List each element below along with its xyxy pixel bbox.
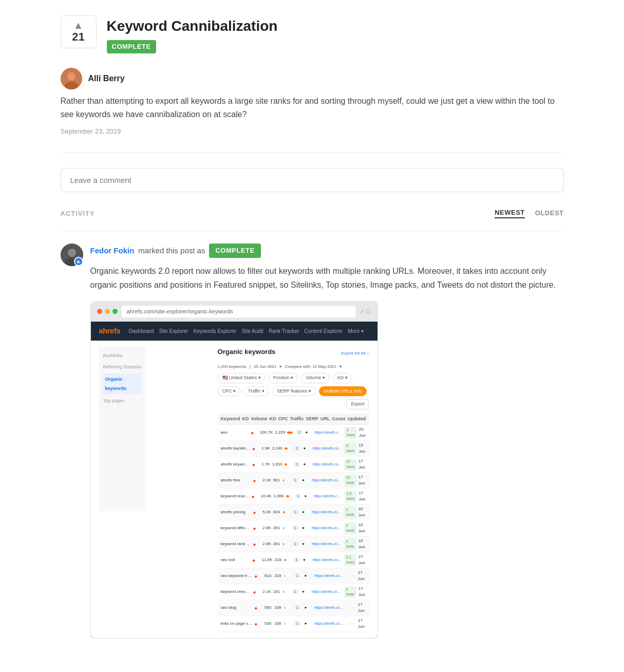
row-url: https://ahrefs.com/pricing [312,510,342,515]
row-positions: 1,060 [274,493,284,499]
row-kd-icon: ● [251,429,258,437]
nav-item-keywords-explorer: Keywords Explorer [194,327,237,335]
row-pos-badge: 1 [292,477,300,483]
row-serp: ● [304,573,312,579]
nav-item-site-audit: Site Audit [242,327,263,335]
app-content-header: Organic keywords Export full list ↑ [218,347,369,361]
comment-input[interactable] [61,168,564,192]
row-kd-icon: ● [253,477,261,484]
row-vol: 2.1K [262,589,271,595]
row-traffic-cell [283,591,291,593]
sort-oldest-button[interactable]: OLDEST [535,209,564,218]
row-updated: 17 Jun [358,490,366,502]
activity-author-name[interactable]: Fedor Fokin [90,245,135,257]
table-row: links on page slow search rankings ● 530… [218,616,369,632]
row-traffic-cell [286,495,293,497]
nav-item-rank-tracker: Rank Tracker [269,327,299,335]
table-row: ahrefs free ● 2.1K 901 1 ● https://ahref… [218,473,369,489]
th-serp: SERP [306,416,318,423]
row-keyword: keyword checker [221,589,251,595]
original-post: Alli Berry Rather than attempting to exp… [61,68,564,153]
row-pos-badge: 1 [292,525,300,531]
browser-dots [97,309,118,314]
row-keyword: seo tool [221,557,251,563]
row-vol: 1.9K [261,445,270,452]
row-updated: 10 Jun [358,538,366,550]
activity-avatar-wrap: ★ [61,244,83,266]
sidebar-section-referring: Referring Domains [103,362,142,371]
filter-multiple-urls[interactable]: Multiple URLs only [319,386,367,397]
row-traffic-cell [283,543,291,545]
row-traffic-cell [285,575,292,577]
row-positions: 824 [273,509,281,515]
row-positions: 218 [275,557,282,563]
row-kd-icon: ● [254,620,262,628]
row-traffic-cell [283,527,291,529]
row-traffic-cell [284,559,291,561]
table-row: keyword rank tracker ● 2.6K 261 1 ● http… [218,536,369,552]
filter-serp: SERP features ▾ [272,386,316,397]
browser-dot-green [112,309,118,314]
row-serp: ● [306,430,313,436]
app-section-title: Organic keywords [218,347,276,357]
row-pos-badge: 1 [292,541,300,547]
keywords-count-row: 1,200 keywords | 25 Jun 2021 ▾ Compare w… [218,364,369,370]
row-positions: 3,229 [275,430,285,436]
app-screenshot: ahrefs Dashboard Site Explorer Keywords … [91,322,377,639]
row-positions: 108 [274,605,282,611]
row-count: 1 more [345,427,357,439]
app-layout: Backlinks Referring Domains Organic keyw… [99,347,369,632]
row-count: 1.5 more [345,491,357,502]
row-serp: ● [302,525,310,531]
row-kd-icon: ● [252,556,259,564]
row-traffic-cell [285,463,292,465]
th-updated: Updated [348,416,366,423]
row-positions: 106 [274,621,282,627]
export-all-link: Export full list ↑ [342,350,369,357]
sort-newest-button[interactable]: NEWEST [495,209,525,218]
vote-box[interactable]: ▲ 21 [61,15,97,48]
row-serp: ● [302,541,310,547]
table-row: keyword research ● 10.4K 1,060 1 ● https… [218,489,369,505]
row-keyword: ahrefs free [221,477,251,483]
row-keyword: aeo [221,430,249,436]
row-traffic-cell [285,607,292,609]
row-pos-badge: 1 [294,605,302,611]
row-vol: 2.6K [262,541,271,547]
app-main: Backlinks Referring Domains Organic keyw… [91,341,377,639]
row-url: https://ahrefs.com/keywords-explorer [313,462,342,468]
row-url: https://ahrefs.com/free-seo-tools/ [312,478,342,483]
upvote-arrow-icon[interactable]: ▲ [73,20,84,30]
filter-position: Position ▾ [269,373,298,383]
row-serp: ● [302,477,310,483]
th-count: Count [332,416,346,423]
row-count [348,623,356,624]
row-traffic-cell [283,511,291,513]
th-cpc: CPC [278,416,288,423]
row-kd-icon: ● [253,588,261,596]
row-keyword: seo blog [221,605,253,611]
table-row: seo blog ● 590 108 1 ● https://ahrefs.co… [218,600,369,616]
row-vol: 2.1K [262,477,271,483]
svg-point-4 [68,249,76,257]
row-serp: ● [303,557,310,563]
post-title-area: Keyword Cannibalization COMPLETE [107,15,564,53]
export-button[interactable]: Export [346,399,369,409]
row-pos-badge: 1 [294,445,301,452]
table-row: seo keyword tracking ● 610 218 1 ● https… [218,568,369,584]
row-count: 1 more [344,522,356,534]
post-date: September 23, 2019 [61,126,564,137]
comment-input-area [61,168,564,192]
row-updated: 20 Jun [358,506,366,518]
row-count: 13 more [344,475,356,487]
table-row: keyword checker ● 2.1K 161 1 ● https://a… [218,584,369,600]
row-kd-icon: ● [252,461,259,469]
activity-status-badge: COMPLETE [209,244,260,258]
row-positions: 261 [273,525,281,531]
th-url: URL [320,416,330,423]
row-vol: 11.5K [262,557,273,563]
row-count [348,607,356,608]
row-pos-badge: 1 [294,557,301,563]
row-serp: ● [302,509,310,515]
filter-cpc: CPC ▾ [218,386,241,397]
